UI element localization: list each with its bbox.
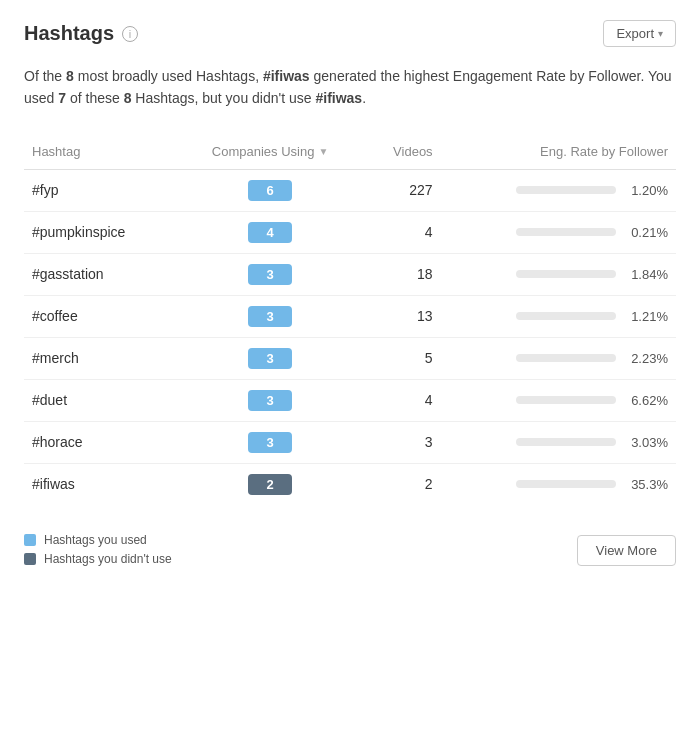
cell-hashtag: #coffee bbox=[24, 295, 177, 337]
col-companies-label: Companies Using bbox=[212, 144, 315, 159]
col-header-hashtag: Hashtag bbox=[24, 134, 177, 170]
legend-not-used-label: Hashtags you didn't use bbox=[44, 552, 172, 566]
companies-badge: 3 bbox=[248, 264, 292, 285]
bar-track bbox=[516, 354, 616, 362]
cell-eng-rate: 3.03% bbox=[441, 421, 676, 463]
chevron-down-icon: ▾ bbox=[658, 28, 663, 39]
cell-videos: 227 bbox=[363, 169, 441, 211]
cell-videos: 3 bbox=[363, 421, 441, 463]
eng-rate-value: 35.3% bbox=[622, 477, 668, 492]
col-header-companies: Companies Using ▼ bbox=[177, 134, 363, 170]
companies-badge: 3 bbox=[248, 306, 292, 327]
cell-companies: 3 bbox=[177, 421, 363, 463]
companies-badge: 4 bbox=[248, 222, 292, 243]
legend-used-label: Hashtags you used bbox=[44, 533, 147, 547]
table-row: #merch352.23% bbox=[24, 337, 676, 379]
companies-badge: 2 bbox=[248, 474, 292, 495]
cell-videos: 4 bbox=[363, 379, 441, 421]
legend-not-used: Hashtags you didn't use bbox=[24, 552, 172, 566]
export-button[interactable]: Export ▾ bbox=[603, 20, 676, 47]
cell-hashtag: #horace bbox=[24, 421, 177, 463]
legend: Hashtags you used Hashtags you didn't us… bbox=[24, 533, 172, 566]
eng-rate-value: 2.23% bbox=[622, 351, 668, 366]
cell-hashtag: #fyp bbox=[24, 169, 177, 211]
cell-eng-rate: 0.21% bbox=[441, 211, 676, 253]
cell-videos: 5 bbox=[363, 337, 441, 379]
cell-videos: 2 bbox=[363, 463, 441, 505]
cell-companies: 6 bbox=[177, 169, 363, 211]
page-title: Hashtags bbox=[24, 22, 114, 45]
cell-hashtag: #gasstation bbox=[24, 253, 177, 295]
summary-mid3: of these bbox=[66, 90, 124, 106]
table-row: #horace333.03% bbox=[24, 421, 676, 463]
table-row: #ifiwas2235.3% bbox=[24, 463, 676, 505]
eng-rate-value: 1.84% bbox=[622, 267, 668, 282]
cell-companies: 3 bbox=[177, 253, 363, 295]
summary-suffix: . bbox=[362, 90, 366, 106]
cell-companies: 4 bbox=[177, 211, 363, 253]
bar-track bbox=[516, 396, 616, 404]
cell-eng-rate: 2.23% bbox=[441, 337, 676, 379]
info-icon[interactable]: i bbox=[122, 26, 138, 42]
bar-track bbox=[516, 228, 616, 236]
summary-mid4: Hashtags, but you didn't use bbox=[131, 90, 315, 106]
col-header-videos: Videos bbox=[363, 134, 441, 170]
cell-eng-rate: 1.84% bbox=[441, 253, 676, 295]
bar-track bbox=[516, 312, 616, 320]
companies-badge: 3 bbox=[248, 348, 292, 369]
page-header: Hashtags i Export ▾ bbox=[24, 20, 676, 47]
legend-used: Hashtags you used bbox=[24, 533, 172, 547]
cell-eng-rate: 6.62% bbox=[441, 379, 676, 421]
eng-rate-value: 1.20% bbox=[622, 183, 668, 198]
cell-companies: 3 bbox=[177, 379, 363, 421]
sort-icon[interactable]: ▼ bbox=[318, 146, 328, 157]
cell-eng-rate: 1.20% bbox=[441, 169, 676, 211]
companies-badge: 3 bbox=[248, 432, 292, 453]
summary-top-hashtag: #ifiwas bbox=[263, 68, 310, 84]
hashtags-table: Hashtag Companies Using ▼ Videos Eng. Ra… bbox=[24, 134, 676, 505]
companies-badge: 6 bbox=[248, 180, 292, 201]
eng-rate-value: 3.03% bbox=[622, 435, 668, 450]
cell-hashtag: #merch bbox=[24, 337, 177, 379]
legend-not-used-icon bbox=[24, 553, 36, 565]
summary-count2: 7 bbox=[58, 90, 66, 106]
cell-hashtag: #pumpkinspice bbox=[24, 211, 177, 253]
cell-companies: 3 bbox=[177, 337, 363, 379]
header-left: Hashtags i bbox=[24, 22, 138, 45]
table-footer: Hashtags you used Hashtags you didn't us… bbox=[24, 523, 676, 566]
cell-companies: 3 bbox=[177, 295, 363, 337]
cell-companies: 2 bbox=[177, 463, 363, 505]
cell-videos: 18 bbox=[363, 253, 441, 295]
col-header-eng: Eng. Rate by Follower bbox=[441, 134, 676, 170]
table-row: #fyp62271.20% bbox=[24, 169, 676, 211]
cell-eng-rate: 35.3% bbox=[441, 463, 676, 505]
bar-track bbox=[516, 480, 616, 488]
table-row: #duet346.62% bbox=[24, 379, 676, 421]
table-row: #pumpkinspice440.21% bbox=[24, 211, 676, 253]
bar-track bbox=[516, 186, 616, 194]
companies-badge: 3 bbox=[248, 390, 292, 411]
eng-rate-value: 0.21% bbox=[622, 225, 668, 240]
table-row: #gasstation3181.84% bbox=[24, 253, 676, 295]
export-label: Export bbox=[616, 26, 654, 41]
cell-hashtag: #ifiwas bbox=[24, 463, 177, 505]
table-header-row: Hashtag Companies Using ▼ Videos Eng. Ra… bbox=[24, 134, 676, 170]
bar-track bbox=[516, 438, 616, 446]
bar-track bbox=[516, 270, 616, 278]
cell-videos: 13 bbox=[363, 295, 441, 337]
summary-missed-hashtag: #ifiwas bbox=[315, 90, 362, 106]
cell-eng-rate: 1.21% bbox=[441, 295, 676, 337]
cell-hashtag: #duet bbox=[24, 379, 177, 421]
summary-text: Of the 8 most broadly used Hashtags, #if… bbox=[24, 65, 676, 110]
eng-rate-value: 6.62% bbox=[622, 393, 668, 408]
summary-mid1: most broadly used Hashtags, bbox=[74, 68, 263, 84]
table-row: #coffee3131.21% bbox=[24, 295, 676, 337]
summary-prefix: Of the bbox=[24, 68, 66, 84]
summary-count1: 8 bbox=[66, 68, 74, 84]
cell-videos: 4 bbox=[363, 211, 441, 253]
legend-used-icon bbox=[24, 534, 36, 546]
eng-rate-value: 1.21% bbox=[622, 309, 668, 324]
view-more-button[interactable]: View More bbox=[577, 535, 676, 566]
